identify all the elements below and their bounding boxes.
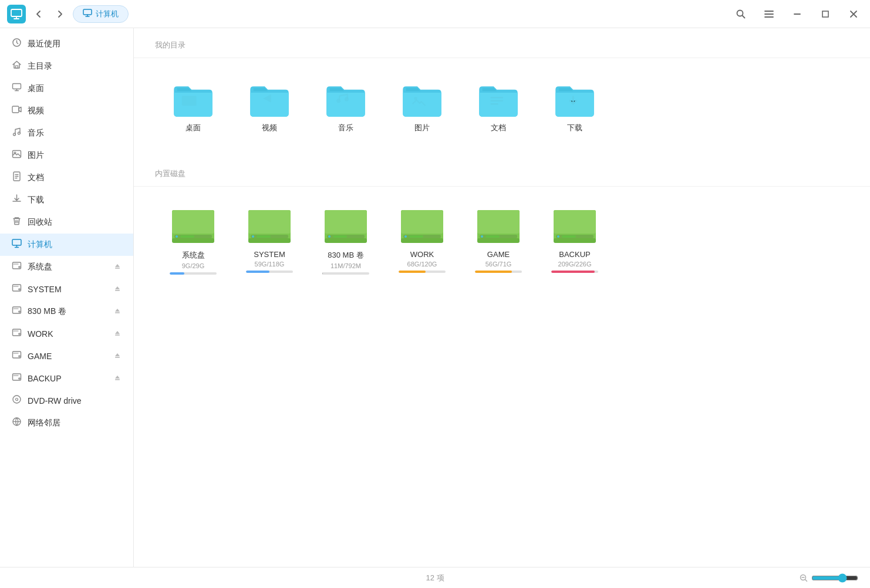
eject-btn-backup[interactable] — [113, 374, 122, 384]
disk-backup[interactable]: BACKUP209G/226G — [537, 201, 613, 282]
svg-rect-7 — [12, 106, 19, 113]
sidebar-label-game: GAME — [28, 352, 52, 361]
folder-icon-downloads — [554, 82, 596, 117]
sidebar-item-music[interactable]: 音乐 — [0, 122, 133, 144]
home-icon — [12, 60, 22, 73]
disk-bar-game — [475, 271, 522, 273]
eject-btn-sysdisk[interactable] — [113, 262, 122, 272]
disk-bar-fill-backup — [551, 271, 595, 273]
svg-rect-25 — [115, 334, 120, 336]
svg-rect-40 — [172, 210, 214, 234]
sidebar-item-game[interactable]: GAME — [0, 345, 133, 367]
sidebar-item-network[interactable]: 网络邻居 — [0, 412, 133, 434]
sidebar-item-sysdisk[interactable]: 系统盘 — [0, 256, 133, 278]
sidebar-label-dvd: DVD-RW drive — [28, 396, 82, 405]
maximize-button[interactable] — [816, 5, 835, 23]
main-layout: 最近使用主目录桌面视频音乐图片文档下载回收站计算机系统盘SYSTEM830 MB… — [0, 28, 870, 567]
sidebar-item-system[interactable]: SYSTEM — [0, 278, 133, 300]
app-icon — [7, 5, 26, 23]
disk-830mb[interactable]: 830 MB 卷11M/792M — [308, 201, 384, 282]
svg-point-24 — [19, 333, 20, 334]
sidebar-item-backup[interactable]: BACKUP — [0, 367, 133, 390]
zoom-slider[interactable] — [811, 573, 858, 583]
folder-music[interactable]: 音乐 — [308, 72, 384, 143]
disk-game[interactable]: GAME56G/71G — [460, 201, 537, 282]
sidebar-label-system: SYSTEM — [28, 285, 62, 294]
status-bar: 12 项 — [0, 567, 870, 588]
sysdisk-icon — [12, 261, 22, 273]
breadcrumb-tab[interactable]: 计算机 — [73, 5, 129, 23]
eject-btn-game[interactable] — [113, 352, 122, 361]
disk-work[interactable]: WORK68G/120G — [384, 201, 460, 282]
830mb-icon — [12, 305, 22, 318]
disk-icon-system — [246, 208, 293, 245]
disk-sysdisk[interactable]: 系统盘9G/29G — [155, 201, 231, 282]
minimize-button[interactable] — [788, 5, 807, 23]
disk-bar-fill-830mb — [322, 272, 323, 275]
svg-rect-50 — [248, 238, 291, 243]
folder-docs[interactable]: 文档 — [460, 72, 537, 143]
sidebar-label-music: 音乐 — [28, 128, 44, 138]
disk-label-work: WORK — [410, 250, 434, 259]
forward-button[interactable] — [52, 6, 68, 22]
sidebar-item-dvd[interactable]: DVD-RW drive — [0, 390, 133, 412]
svg-point-66 — [481, 235, 483, 238]
sidebar-label-desktop: 桌面 — [28, 83, 44, 94]
svg-point-30 — [19, 378, 20, 379]
folder-downloads[interactable]: 下载 — [537, 72, 613, 143]
svg-point-36 — [336, 99, 340, 103]
recent-icon — [12, 38, 22, 50]
svg-rect-35 — [182, 96, 197, 106]
video-icon — [12, 104, 22, 117]
disk-bar-fill-game — [475, 271, 512, 273]
folder-desktop[interactable]: 桌面 — [155, 72, 231, 143]
svg-point-48 — [252, 235, 254, 238]
sidebar-item-pictures[interactable]: 图片 — [0, 144, 133, 167]
zoom-controls — [800, 573, 858, 583]
sidebar-item-830mb[interactable]: 830 MB 卷 — [0, 300, 133, 323]
svg-rect-70 — [554, 210, 596, 234]
menu-button[interactable] — [760, 5, 778, 23]
sidebar-label-trash: 回收站 — [28, 217, 52, 228]
svg-point-42 — [176, 235, 178, 238]
work-icon — [12, 327, 22, 340]
disk-usage-game: 56G/71G — [485, 261, 512, 268]
disk-bar-fill-work — [399, 271, 426, 273]
sidebar-item-work[interactable]: WORK — [0, 323, 133, 345]
svg-rect-6 — [13, 84, 21, 89]
svg-point-72 — [557, 235, 559, 238]
backup-icon — [12, 372, 22, 385]
disk-bar-work — [399, 271, 446, 273]
search-button[interactable] — [731, 5, 750, 23]
eject-btn-830mb[interactable] — [113, 307, 122, 317]
disk-label-830mb: 830 MB 卷 — [328, 250, 363, 261]
computer-icon — [12, 238, 22, 251]
folder-label-music: 音乐 — [338, 123, 353, 133]
eject-btn-system[interactable] — [113, 285, 122, 295]
sidebar-item-computer[interactable]: 计算机 — [0, 234, 133, 256]
folder-icon-docs — [477, 82, 520, 117]
back-button[interactable] — [31, 6, 47, 22]
folder-pictures[interactable]: 图片 — [384, 72, 460, 143]
folder-icon-desktop — [172, 82, 214, 117]
sidebar-item-docs[interactable]: 文档 — [0, 167, 133, 189]
sidebar-item-downloads[interactable]: 下载 — [0, 189, 133, 211]
sidebar-item-trash[interactable]: 回收站 — [0, 211, 133, 234]
svg-rect-49 — [257, 235, 271, 238]
folder-label-pictures: 图片 — [414, 123, 430, 133]
sidebar-item-desktop[interactable]: 桌面 — [0, 77, 133, 100]
folder-video[interactable]: 视频 — [231, 72, 308, 143]
disk-bar-sysdisk — [170, 272, 217, 275]
eject-btn-work[interactable] — [113, 329, 122, 339]
svg-rect-64 — [477, 210, 520, 234]
trash-icon — [12, 216, 22, 229]
sidebar-item-video[interactable]: 视频 — [0, 100, 133, 122]
disk-system[interactable]: SYSTEM59G/118G — [231, 201, 308, 282]
close-button[interactable] — [844, 5, 863, 23]
sidebar-item-recent[interactable]: 最近使用 — [0, 33, 133, 55]
downloads-icon — [12, 194, 22, 207]
sidebar-label-network: 网络邻居 — [28, 418, 60, 428]
sidebar-item-home[interactable]: 主目录 — [0, 55, 133, 77]
svg-point-9 — [18, 132, 21, 134]
folder-icon-music — [325, 82, 367, 117]
